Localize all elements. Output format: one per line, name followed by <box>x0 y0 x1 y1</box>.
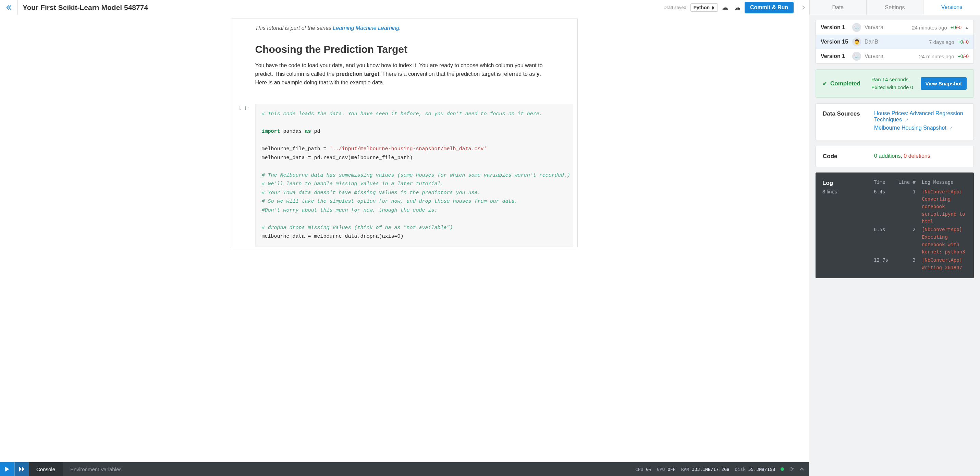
collapse-left-icon[interactable] <box>0 0 18 15</box>
nav-right-icon[interactable] <box>797 0 809 15</box>
series-link[interactable]: Learning Machine Learning <box>333 25 399 31</box>
version-row[interactable]: Version 15👨DanB7 days ago+0/-0 <box>816 35 974 49</box>
disk-label: Disk <box>735 467 746 472</box>
avatar: 🦢 <box>852 52 861 61</box>
refresh-icon[interactable]: ⟳ <box>789 466 794 472</box>
console-bar: Console Environment Variables CPU 0% GPU… <box>0 462 809 476</box>
version-time: 7 days ago <box>929 39 954 45</box>
code-cell[interactable]: [ ]: # This code loads the data. You hav… <box>232 97 578 247</box>
log-head-time: Time <box>874 179 896 186</box>
kernel-status-icon <box>781 467 784 471</box>
version-user: Varvara <box>864 53 919 59</box>
log-line-number: 1 <box>896 188 916 225</box>
log-panel: Log 3 lines Time Line # Log Message 6.4s… <box>816 173 974 278</box>
series-note: This tutorial is part of the series Lear… <box>255 25 554 31</box>
language-select[interactable]: Python ▲▼ <box>690 3 718 12</box>
right-panel-tabs: Data Settings Versions <box>809 0 980 15</box>
log-subtitle: 3 lines <box>822 188 874 195</box>
log-row: 6.4s1[NbConvertApp] Converting notebook … <box>874 188 967 225</box>
log-line-number: 2 <box>896 226 916 256</box>
run-all-button[interactable] <box>14 462 29 476</box>
notebook-title[interactable]: Your First Scikit-Learn Model 548774 <box>18 3 148 12</box>
code-diff-panel: Code 0 additions, 0 deletions <box>816 146 974 167</box>
code-editor[interactable]: # This code loads the data. You have see… <box>255 104 573 247</box>
version-user: DanB <box>864 39 929 45</box>
notebook-pane: This tutorial is part of the series Lear… <box>0 15 809 476</box>
code-line: # dropna drops missing values (think of … <box>262 225 453 231</box>
version-name: Version 15 <box>821 39 852 45</box>
data-sources-panel: Data Sources House Prices: Advanced Regr… <box>816 103 974 140</box>
status-label: Completed <box>830 80 871 87</box>
log-message: [NbConvertApp] Executing notebook with k… <box>922 226 967 256</box>
data-sources-links: House Prices: Advanced Regression Techni… <box>874 110 967 133</box>
code-line: # This code loads the data. You have see… <box>262 111 542 117</box>
version-diff: +0/-0 <box>958 53 969 59</box>
version-row[interactable]: Version 1🦢Varvara24 minutes ago+0/-0▲ <box>816 20 974 35</box>
view-snapshot-button[interactable]: View Snapshot <box>921 77 967 90</box>
top-toolbar: Your First Scikit-Learn Model 548774 Dra… <box>0 0 980 15</box>
env-vars-tab[interactable]: Environment Variables <box>63 462 129 476</box>
cpu-label: CPU <box>635 467 643 472</box>
code-diff-summary: 0 additions, 0 deletions <box>874 153 967 160</box>
log-row: 6.5s2[NbConvertApp] Executing notebook w… <box>874 226 967 256</box>
cloud-download-icon[interactable]: ☁↓ <box>733 4 741 11</box>
check-icon: ✔ <box>823 81 827 86</box>
avatar: 🦢 <box>852 23 861 32</box>
version-name: Version 1 <box>821 24 852 30</box>
sort-icon: ▲▼ <box>711 5 715 10</box>
tab-data[interactable]: Data <box>809 0 866 15</box>
notebook-scroll[interactable]: This tutorial is part of the series Lear… <box>0 15 809 462</box>
data-source-link[interactable]: House Prices: Advanced Regression Techni… <box>874 110 967 123</box>
ram-label: RAM <box>681 467 689 472</box>
status-details: Ran 14 seconds Exited with code 0 <box>871 76 921 91</box>
code-line: # So we will take the simplest option fo… <box>262 198 521 204</box>
version-user: Varvara <box>864 24 912 30</box>
external-link-icon: ↗ <box>905 117 908 123</box>
avatar: 👨 <box>852 37 861 46</box>
version-time: 24 minutes ago <box>919 53 954 59</box>
log-message: [NbConvertApp] Writing 261847 <box>922 257 967 271</box>
code-line: melbourne_data = melbourne_data.dropna(a… <box>262 233 404 240</box>
gpu-value: OFF <box>668 467 675 472</box>
tab-versions[interactable]: Versions <box>923 0 980 15</box>
data-source-link[interactable]: Melbourne Housing Snapshot ↗ <box>874 125 967 131</box>
log-head-msg: Log Message <box>922 179 954 186</box>
expand-console-icon[interactable] <box>799 466 804 472</box>
gpu-label: GPU <box>657 467 665 472</box>
log-time: 6.4s <box>874 188 896 225</box>
console-tab[interactable]: Console <box>29 462 63 476</box>
log-line-number: 3 <box>896 257 916 271</box>
cpu-value: 0% <box>646 467 651 472</box>
cloud-upload-icon[interactable]: ☁↑ <box>721 4 729 11</box>
additions: 0 additions <box>874 153 900 159</box>
resource-stats: CPU 0% GPU OFF RAM 333.1MB/17.2GB Disk 5… <box>635 466 809 472</box>
deletions: 0 deletions <box>904 153 930 159</box>
ram-value: 333.1MB/17.2GB <box>692 467 730 472</box>
version-diff: +0/-0 <box>958 39 969 45</box>
section-body: You have the code to load your data, and… <box>255 61 554 87</box>
tab-settings[interactable]: Settings <box>866 0 923 15</box>
log-title: Log <box>822 179 874 188</box>
code-line: import <box>262 129 280 134</box>
disk-value: 55.3MB/1GB <box>748 467 775 472</box>
version-row[interactable]: Version 1🦢Varvara24 minutes ago+0/-0 <box>816 49 974 64</box>
code-line: '../input/melbourne-housing-snapshot/mel… <box>329 146 487 152</box>
code-line: # The Melbourne data has somemissing val… <box>262 173 570 178</box>
version-name: Version 1 <box>821 53 852 59</box>
code-line: pd <box>311 129 320 134</box>
run-button[interactable] <box>0 462 14 476</box>
run-status-panel: ✔ Completed Ran 14 seconds Exited with c… <box>816 69 974 98</box>
series-prefix: This tutorial is part of the series <box>255 25 333 31</box>
section-heading: Choosing the Prediction Target <box>255 43 554 55</box>
commit-run-button[interactable]: Commit & Run <box>745 2 794 13</box>
collapse-icon[interactable]: ▲ <box>965 26 969 29</box>
log-row: 12.7s3[NbConvertApp] Writing 261847 <box>874 257 967 271</box>
code-prompt: [ ]: <box>239 105 250 110</box>
status-line1: Ran 14 seconds <box>871 77 908 82</box>
version-diff: +0/-0 <box>951 25 961 30</box>
version-time: 24 minutes ago <box>912 25 947 30</box>
language-label: Python <box>694 5 710 10</box>
code-line: melbourne_file_path = <box>262 146 329 152</box>
code-line: # We'll learn to handle missing values i… <box>262 181 450 187</box>
code-diff-title: Code <box>823 153 874 160</box>
